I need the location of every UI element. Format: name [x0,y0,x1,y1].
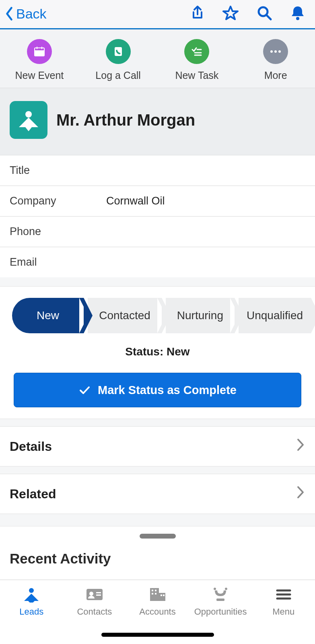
contacts-tab-icon [84,586,105,603]
mark-status-complete-button[interactable]: Mark Status as Complete [14,373,301,407]
tab-opportunities[interactable]: Opportunities [189,586,252,617]
svg-point-3 [296,17,299,20]
svg-rect-20 [96,592,101,593]
stage-new[interactable]: New [12,298,84,333]
tab-contacts[interactable]: Contacts [63,586,126,617]
check-icon [78,384,91,396]
share-button[interactable] [190,5,205,23]
recent-activity-panel: Recent Activity [0,526,315,580]
svg-rect-22 [150,588,159,601]
svg-rect-21 [96,594,101,596]
svg-point-30 [214,588,216,590]
tab-accounts[interactable]: Accounts [126,586,189,617]
stage-nurturing[interactable]: Nurturing [166,298,235,333]
svg-point-16 [25,111,32,118]
record-header: Mr. Arthur Morgan [0,88,315,155]
field-label: Company [10,195,106,207]
field-label: Phone [10,225,106,238]
app-header: Back [0,0,315,29]
notifications-button[interactable] [290,5,305,23]
header-actions [190,5,305,23]
home-indicator [101,633,214,637]
search-button[interactable] [256,5,272,23]
svg-rect-28 [161,594,162,596]
svg-marker-0 [223,6,238,19]
quick-actions: New Event Log a Call New Task More [0,29,315,88]
svg-point-31 [225,588,227,590]
accounts-tab-icon [147,586,168,603]
svg-rect-29 [163,594,165,596]
recent-activity-title: Recent Activity [0,539,315,575]
stage-unqualified[interactable]: Unqualified [239,298,311,333]
field-label: Title [10,164,106,177]
svg-rect-27 [155,593,156,594]
chevron-right-icon [296,485,305,502]
back-label: Back [16,6,47,22]
phone-icon [106,39,131,64]
svg-point-14 [274,50,277,53]
lead-path: New Contacted Nurturing Unqualified Stat… [0,286,315,419]
new-event-label: New Event [15,70,64,81]
favorite-button[interactable] [222,5,239,23]
more-icon [263,39,288,64]
svg-point-15 [278,50,281,53]
svg-point-13 [270,50,273,53]
log-call-button[interactable]: Log a Call [79,39,158,81]
drag-handle[interactable] [140,534,176,539]
search-icon [256,5,272,21]
chevron-left-icon [5,6,14,21]
field-company[interactable]: Company Cornwall Oil [0,186,315,217]
menu-tab-icon [273,586,294,603]
field-label: Email [10,256,106,268]
svg-rect-24 [152,590,153,591]
more-label: More [264,70,287,81]
svg-rect-23 [159,593,165,601]
new-task-label: New Task [175,70,218,81]
related-section[interactable]: Related [0,474,315,514]
record-name: Mr. Arthur Morgan [56,111,195,129]
stage-list: New Contacted Nurturing Unqualified [0,298,315,333]
svg-point-19 [89,592,93,596]
lead-tab-icon [21,586,42,603]
chevron-right-icon [296,438,305,455]
more-actions-button[interactable]: More [236,39,315,81]
svg-rect-25 [155,590,156,591]
field-value: Cornwall Oil [106,195,165,207]
tab-menu[interactable]: Menu [252,586,315,617]
back-button[interactable]: Back [5,6,47,22]
log-call-label: Log a Call [95,70,141,81]
share-icon [190,5,205,21]
field-title[interactable]: Title [0,155,315,186]
field-phone[interactable]: Phone [0,217,315,247]
new-task-button[interactable]: New Task [158,39,237,81]
field-email[interactable]: Email [0,247,315,277]
svg-rect-9 [115,47,122,56]
bell-icon [290,5,305,21]
tab-leads[interactable]: Leads [0,586,63,617]
highlight-fields: Title Company Cornwall Oil Phone Email [0,155,315,277]
new-event-button[interactable]: New Event [0,39,79,81]
svg-rect-26 [152,593,153,594]
mark-complete-label: Mark Status as Complete [98,384,237,397]
opportunities-tab-icon [210,586,231,603]
path-status: Status: New [0,345,315,358]
stage-contacted[interactable]: Contacted [88,298,162,333]
details-section[interactable]: Details [0,426,315,466]
svg-line-2 [267,15,271,19]
task-icon [184,39,209,64]
calendar-icon [27,39,52,64]
svg-rect-32 [216,599,224,601]
svg-point-17 [29,588,34,593]
star-icon [222,5,239,21]
lead-icon [10,101,47,139]
